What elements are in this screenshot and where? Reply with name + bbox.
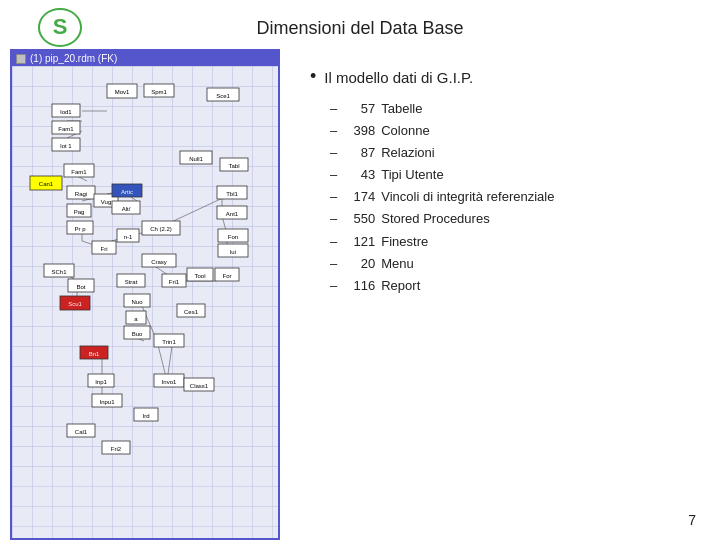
svg-text:Ragi: Ragi (75, 191, 87, 197)
svg-text:Fri2: Fri2 (111, 446, 122, 452)
svg-text:Pag: Pag (74, 209, 85, 215)
bullet-section: • Il modello dati di G.I.P. – 57 Tabelle… (310, 69, 700, 297)
item-number: 121 (343, 231, 375, 253)
list-item: – 398 Colonne (330, 120, 700, 142)
svg-text:Tabl: Tabl (228, 163, 239, 169)
svg-text:Crasy: Crasy (151, 259, 167, 265)
svg-text:For: For (223, 273, 232, 279)
svg-text:Nuo: Nuo (131, 299, 143, 305)
item-label: Vincoli di integrità referenziale (381, 186, 700, 208)
item-label: Relazioni (381, 142, 700, 164)
svg-text:Can1: Can1 (39, 181, 54, 187)
svg-text:Strat: Strat (125, 279, 138, 285)
svg-text:Bot: Bot (76, 284, 85, 290)
svg-text:Spm1: Spm1 (151, 89, 167, 95)
bullet-dot: • (310, 67, 316, 85)
items-list: – 57 Tabelle – 398 Colonne – 87 Relazion… (330, 98, 700, 297)
svg-text:Vug: Vug (101, 199, 111, 205)
item-number: 20 (343, 253, 375, 275)
svg-text:Fri1: Fri1 (169, 279, 180, 285)
info-panel: • Il modello dati di G.I.P. – 57 Tabelle… (300, 49, 710, 540)
item-label: Stored Procedures (381, 208, 700, 230)
list-item: – 43 Tipi Utente (330, 164, 700, 186)
item-number: 57 (343, 98, 375, 120)
titlebar-btn-1[interactable] (16, 54, 26, 64)
svg-text:lui: lui (230, 249, 236, 255)
page-title: Dimensioni del Data Base (0, 0, 720, 49)
svg-text:Bn1: Bn1 (89, 351, 100, 357)
item-number: 398 (343, 120, 375, 142)
svg-text:Mov1: Mov1 (115, 89, 130, 95)
svg-text:Pr p: Pr p (74, 226, 86, 232)
svg-text:Null1: Null1 (189, 156, 203, 162)
svg-text:Cal1: Cal1 (75, 429, 88, 435)
list-item: – 57 Tabelle (330, 98, 700, 120)
svg-text:Artic: Artic (121, 189, 133, 195)
svg-text:Buo: Buo (132, 331, 143, 337)
list-item: – 87 Relazioni (330, 142, 700, 164)
item-label: Tipi Utente (381, 164, 700, 186)
list-dash: – (330, 142, 337, 164)
bullet-title: • Il modello dati di G.I.P. (310, 69, 700, 86)
svg-text:Fam1: Fam1 (58, 126, 74, 132)
diagram-panel: (1) pip_20.rdm (FK) (10, 49, 280, 540)
item-label: Report (381, 275, 700, 297)
svg-text:Class1: Class1 (190, 383, 209, 389)
logo-icon: S (38, 8, 82, 47)
list-item: – 174 Vincoli di integrità referenziale (330, 186, 700, 208)
list-dash: – (330, 164, 337, 186)
svg-text:SCh1: SCh1 (51, 269, 67, 275)
svg-text:Ces1: Ces1 (184, 309, 199, 315)
item-number: 116 (343, 275, 375, 297)
svg-text:Trin1: Trin1 (162, 339, 176, 345)
list-item: – 116 Report (330, 275, 700, 297)
svg-text:Ant1: Ant1 (226, 211, 239, 217)
svg-text:Sce1: Sce1 (216, 93, 230, 99)
svg-text:Alt/: Alt/ (122, 206, 131, 212)
svg-text:Invo1: Invo1 (162, 379, 177, 385)
svg-text:Ird: Ird (142, 413, 149, 419)
svg-text:lod1: lod1 (60, 109, 72, 115)
svg-text:Tbl1: Tbl1 (226, 191, 238, 197)
content-area: (1) pip_20.rdm (FK) (0, 49, 720, 540)
list-dash: – (330, 120, 337, 142)
item-number: 43 (343, 164, 375, 186)
list-dash: – (330, 275, 337, 297)
item-label: Colonne (381, 120, 700, 142)
svg-text:Scu1: Scu1 (68, 301, 82, 307)
item-number: 550 (343, 208, 375, 230)
list-dash: – (330, 98, 337, 120)
page: S SOFTWARE PRODUCTS ITALIA Dimensioni de… (0, 0, 720, 540)
svg-text:Inp1: Inp1 (95, 379, 107, 385)
svg-text:Inpu1: Inpu1 (99, 399, 115, 405)
item-label: Menu (381, 253, 700, 275)
list-item: – 20 Menu (330, 253, 700, 275)
diagram-title: (1) pip_20.rdm (FK) (30, 53, 117, 64)
diagram-titlebar: (1) pip_20.rdm (FK) (12, 51, 278, 66)
bullet-title-text: Il modello dati di G.I.P. (324, 69, 473, 86)
svg-text:Fri: Fri (101, 246, 108, 252)
svg-text:Ch (2.2): Ch (2.2) (150, 226, 172, 232)
list-dash: – (330, 186, 337, 208)
item-number: 87 (343, 142, 375, 164)
svg-text:lot 1: lot 1 (60, 143, 72, 149)
item-label: Tabelle (381, 98, 700, 120)
list-dash: – (330, 231, 337, 253)
diagram-canvas: Mov1 lod1 Fam1 lot 1 Sce1 Spm1 Null (12, 66, 278, 540)
list-item: – 121 Finestre (330, 231, 700, 253)
list-item: – 550 Stored Procedures (330, 208, 700, 230)
svg-text:n-1: n-1 (124, 234, 133, 240)
svg-text:Tool: Tool (194, 273, 205, 279)
item-label: Finestre (381, 231, 700, 253)
item-number: 174 (343, 186, 375, 208)
list-dash: – (330, 208, 337, 230)
svg-text:Fam1: Fam1 (71, 169, 87, 175)
list-dash: – (330, 253, 337, 275)
diagram-svg: Mov1 lod1 Fam1 lot 1 Sce1 Spm1 Null (12, 66, 280, 486)
svg-text:Fon: Fon (228, 234, 238, 240)
page-number: 7 (688, 512, 696, 528)
